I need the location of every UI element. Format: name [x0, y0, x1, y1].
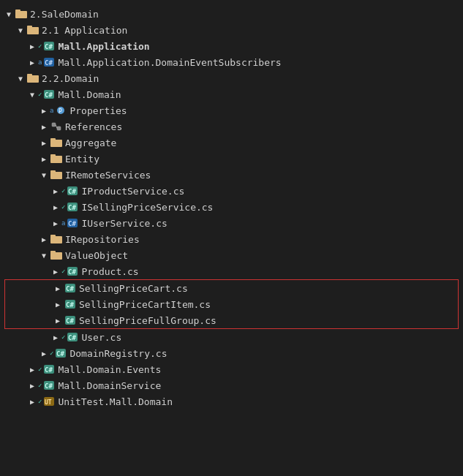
item-label: Mall.Domain: [58, 89, 121, 100]
item-label: Mall.DomainService: [58, 380, 161, 391]
tree-item-aggregate[interactable]: Aggregate: [3, 135, 460, 151]
item-icon-folder: [50, 137, 63, 148]
tree-item-unittest[interactable]: ✓UTUnitTest.Mall.Domain: [3, 393, 460, 409]
tree-item-irepositories[interactable]: IRepositories: [3, 231, 460, 247]
svg-text:C#: C#: [68, 188, 76, 195]
svg-text:C#: C#: [68, 268, 76, 276]
svg-rect-15: [57, 126, 61, 130]
expand-arrow[interactable]: [26, 398, 38, 406]
expand-arrow[interactable]: [26, 382, 38, 390]
item-label: Product.cs: [81, 266, 138, 277]
item-label: ISellingPriceService.cs: [81, 202, 213, 213]
expand-arrow[interactable]: [52, 301, 64, 309]
badge-check: ✓: [38, 91, 42, 98]
expand-arrow[interactable]: [26, 42, 38, 50]
expand-arrow[interactable]: [3, 10, 15, 18]
highlight-group: C#SellingPriceCart.csC#SellingPriceCartI…: [4, 279, 459, 329]
tree-item-mall-app-events[interactable]: aC#Mall.Application.DomainEventSubscribe…: [3, 54, 460, 70]
expand-arrow[interactable]: [50, 219, 61, 227]
tree-item-domain-registry[interactable]: ✓C#DomainRegistry.cs: [3, 345, 460, 361]
tree-item-user-cs[interactable]: ✓C#User.cs: [3, 329, 460, 345]
tree-item-iremote[interactable]: IRemoteServices: [3, 167, 460, 183]
expand-arrow[interactable]: [26, 366, 38, 374]
expand-arrow[interactable]: [50, 333, 61, 341]
tree-item-references[interactable]: References: [3, 118, 460, 135]
tree-item-product[interactable]: ✓C#Product.cs: [3, 263, 460, 279]
svg-line-16: [56, 125, 57, 129]
svg-rect-32: [50, 251, 56, 253]
badge-a: a: [38, 58, 42, 66]
tree-item-sale-domain[interactable]: 2.SaleDomain: [3, 6, 460, 22]
expand-arrow[interactable]: [38, 155, 50, 163]
expand-arrow[interactable]: [50, 187, 61, 195]
item-icon-cs-green: C#: [66, 331, 79, 343]
tree-item-valueobject[interactable]: ValueObject: [3, 247, 460, 263]
expand-arrow[interactable]: [38, 235, 50, 243]
tree-item-domain-folder[interactable]: 2.2.Domain: [3, 70, 460, 86]
svg-rect-19: [50, 156, 62, 163]
svg-rect-1: [15, 10, 20, 12]
expand-arrow[interactable]: [52, 317, 64, 325]
svg-rect-8: [27, 75, 39, 83]
item-icon-test: UT: [42, 396, 56, 407]
item-label: UnitTest.Mall.Domain: [58, 396, 173, 407]
tree-item-properties[interactable]: aPProperties: [3, 102, 460, 118]
expand-arrow[interactable]: [26, 91, 38, 99]
item-icon-cs-green: C#: [42, 88, 56, 100]
svg-text:C#: C#: [45, 91, 53, 99]
item-icon-folder: [50, 169, 63, 181]
tree-item-mall-domain-events[interactable]: ✓C#Mall.Domain.Events: [3, 361, 460, 377]
item-label: 2.2.Domain: [42, 73, 99, 84]
expand-arrow[interactable]: [38, 123, 50, 131]
item-icon-cs-blue: C#: [42, 56, 56, 68]
tree-item-iselling[interactable]: ✓C#ISellingPriceService.cs: [3, 199, 460, 215]
expand-arrow[interactable]: [26, 58, 38, 67]
badge-a: a: [61, 219, 65, 227]
expand-arrow[interactable]: [38, 252, 50, 260]
tree-item-app-folder[interactable]: 2.1 Application: [3, 22, 460, 38]
tree-item-mall-domain-svc[interactable]: ✓C#Mall.DomainService: [3, 377, 460, 393]
item-icon-cs-blue: C#: [66, 217, 79, 229]
badge-check: ✓: [61, 268, 65, 275]
expand-arrow[interactable]: [50, 203, 61, 211]
svg-text:C#: C#: [45, 382, 53, 390]
badge-check: ✓: [61, 203, 65, 211]
tree-item-selling-cart-item[interactable]: C#SellingPriceCartItem.cs: [5, 296, 458, 312]
expand-arrow[interactable]: [15, 75, 26, 83]
tree-item-mall-domain[interactable]: ✓C#Mall.Domain: [3, 86, 460, 102]
item-icon-folder: [50, 153, 63, 165]
item-icon-cs-green: C#: [54, 347, 67, 359]
item-label: Mall.Domain.Events: [58, 364, 161, 375]
svg-text:C#: C#: [66, 317, 74, 325]
svg-rect-9: [27, 74, 32, 76]
item-icon-cs-green: C#: [42, 40, 56, 52]
item-icon-folder: [26, 24, 39, 36]
tree-item-iuser[interactable]: aC#IUserService.cs: [3, 215, 460, 231]
expand-arrow[interactable]: [38, 171, 50, 179]
expand-arrow[interactable]: [50, 268, 61, 276]
expand-arrow[interactable]: [15, 26, 26, 34]
item-label: 2.1 Application: [42, 25, 127, 36]
tree-item-mall-app[interactable]: ✓C#Mall.Application: [3, 38, 460, 54]
item-label: IRemoteServices: [65, 170, 151, 181]
item-icon-cs-green: C#: [42, 363, 56, 375]
item-label: SellingPriceCartItem.cs: [79, 299, 211, 310]
tree-item-selling-cart[interactable]: C#SellingPriceCart.cs: [5, 280, 458, 296]
expand-arrow[interactable]: [52, 284, 64, 292]
tree-item-entity[interactable]: Entity: [3, 151, 460, 167]
badge-a: a: [50, 107, 53, 114]
svg-rect-21: [50, 172, 62, 179]
tree-item-iproduct[interactable]: ✓C#IProductService.cs: [3, 183, 460, 199]
badge-check: ✓: [38, 366, 42, 373]
item-label: Aggregate: [65, 137, 116, 148]
svg-text:C#: C#: [66, 285, 74, 292]
expand-arrow[interactable]: [38, 139, 50, 147]
svg-rect-17: [50, 140, 62, 147]
svg-rect-30: [50, 235, 56, 237]
item-label: Mall.Application: [58, 41, 149, 52]
expand-arrow[interactable]: [38, 350, 50, 358]
tree-item-selling-full[interactable]: C#SellingPriceFullGroup.cs: [5, 312, 458, 328]
svg-text:UT: UT: [45, 399, 52, 406]
expand-arrow[interactable]: [38, 107, 50, 115]
svg-rect-14: [52, 123, 56, 126]
